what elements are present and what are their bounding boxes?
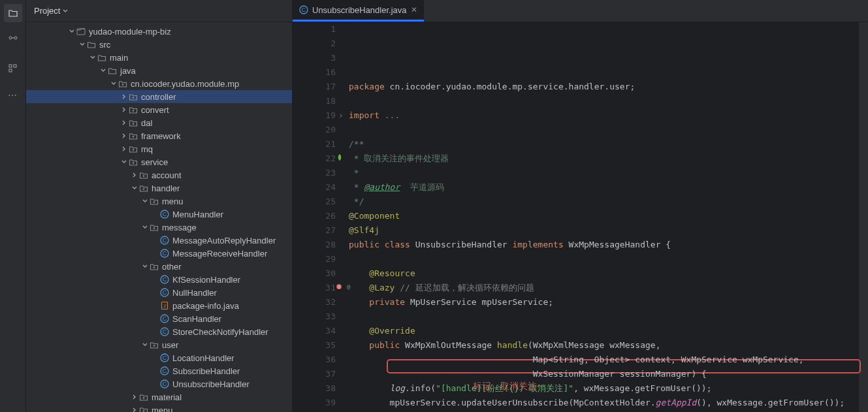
tree-item[interactable]: CUnsubscribeHandler bbox=[26, 377, 292, 390]
code-line[interactable]: mpUserService.updateUserUnsubscribe(MpCo… bbox=[349, 396, 868, 410]
fold-icon[interactable]: › bbox=[338, 108, 344, 123]
sidebar-header: Project bbox=[26, 0, 292, 22]
project-toolwindow-icon[interactable] bbox=[4, 4, 22, 22]
code-line[interactable]: * 取消关注的事件处理器 bbox=[349, 151, 868, 166]
tree-item[interactable]: CSubscribeHandler bbox=[26, 364, 292, 377]
code-line[interactable]: Map<String, Object> context, WxMpService… bbox=[349, 353, 868, 367]
class-icon: C bbox=[159, 379, 170, 389]
tree-twisty-icon[interactable] bbox=[78, 42, 86, 47]
tree-item[interactable]: material bbox=[26, 390, 292, 404]
code-line[interactable]: /** bbox=[349, 137, 868, 151]
tree-twisty-icon[interactable] bbox=[131, 394, 138, 400]
tree-twisty-icon[interactable] bbox=[131, 407, 138, 412]
more-toolwindows-icon[interactable]: ⋯ bbox=[4, 86, 22, 104]
close-icon[interactable]: ✕ bbox=[411, 5, 417, 14]
code-line[interactable]: private MpUserService mpUserService; bbox=[349, 295, 868, 309]
tree-twisty-icon[interactable] bbox=[120, 133, 128, 138]
tab-unsubscribehandler[interactable]: C UnsubscribeHandler.java ✕ bbox=[293, 0, 424, 22]
tree-twisty-icon[interactable] bbox=[110, 81, 118, 86]
tree-item[interactable]: other bbox=[26, 260, 292, 273]
tree-twisty-icon[interactable] bbox=[141, 342, 149, 347]
tree-item[interactable]: Jpackage-info.java bbox=[26, 299, 292, 312]
bookmarks-toolwindow-icon[interactable] bbox=[4, 59, 22, 77]
tree-item[interactable]: CLocationHandler bbox=[26, 351, 292, 364]
code-line[interactable] bbox=[349, 252, 868, 266]
tree-twisty-icon[interactable] bbox=[120, 146, 128, 151]
tree-twisty-icon[interactable] bbox=[131, 172, 138, 178]
structure-toolwindow-icon[interactable] bbox=[4, 31, 22, 50]
tree-twisty-icon[interactable] bbox=[141, 225, 149, 230]
tree-item[interactable]: CKfSessionHandler bbox=[26, 273, 292, 286]
sidebar-title: Project bbox=[34, 6, 60, 16]
tree-twisty-icon[interactable] bbox=[120, 107, 128, 112]
tree-item[interactable]: handler bbox=[26, 182, 292, 195]
code-line[interactable]: @Resource bbox=[349, 266, 868, 281]
code-line[interactable]: @Lazy // 延迟加载，解决循环依赖的问题 bbox=[349, 281, 868, 295]
tree-item[interactable]: yudao-module-mp-biz bbox=[26, 25, 292, 38]
tree-item[interactable]: service bbox=[26, 155, 292, 168]
code-line[interactable] bbox=[349, 94, 868, 108]
tree-item[interactable]: CMessageAutoReplyHandler bbox=[26, 234, 292, 247]
svg-point-18 bbox=[153, 227, 155, 229]
code-line[interactable]: public WxMpXmlOutMessage handle(WxMpXmlM… bbox=[349, 338, 868, 353]
code-line[interactable]: public class UnsubscribeHandler implemen… bbox=[349, 238, 868, 252]
tree-twisty-icon[interactable] bbox=[120, 120, 128, 125]
code-line[interactable]: * @author 芋道源码 bbox=[349, 180, 868, 195]
tab-filename: UnsubscribeHandler.java bbox=[312, 5, 407, 15]
tree-item[interactable]: message bbox=[26, 221, 292, 234]
code-line[interactable] bbox=[349, 123, 868, 137]
tree-twisty-icon[interactable] bbox=[141, 198, 149, 204]
code-line[interactable]: * bbox=[349, 166, 868, 180]
tree-item[interactable]: main bbox=[26, 51, 292, 64]
tree-twisty-icon[interactable] bbox=[120, 159, 128, 165]
tree-item[interactable]: CStoreCheckNotifyHandler bbox=[26, 325, 292, 338]
tree-item[interactable]: controller bbox=[26, 90, 292, 103]
tree-item-label: dal bbox=[141, 118, 152, 128]
tree-item[interactable]: CMessageReceiveHandler bbox=[26, 247, 292, 260]
tree-item[interactable]: convert bbox=[26, 103, 292, 116]
tree-item[interactable]: java bbox=[26, 64, 292, 77]
tree-twisty-icon[interactable] bbox=[120, 94, 128, 99]
project-tree[interactable]: yudao-module-mp-bizsrcmainjavacn.iocoder… bbox=[26, 22, 292, 412]
tree-item[interactable]: mq bbox=[26, 142, 292, 155]
class-icon: C bbox=[159, 326, 170, 337]
tree-item-label: convert bbox=[141, 105, 169, 115]
tree-item[interactable]: account bbox=[26, 168, 292, 182]
code-line[interactable]: ›import ... bbox=[349, 108, 868, 123]
tree-item[interactable]: menu bbox=[26, 404, 292, 412]
tree-twisty-icon[interactable] bbox=[131, 185, 138, 191]
tree-item[interactable]: CScanHandler bbox=[26, 312, 292, 325]
code-line[interactable] bbox=[349, 309, 868, 324]
code-line[interactable]: @Override bbox=[349, 324, 868, 338]
spring-bean-icon[interactable] bbox=[336, 153, 344, 161]
tree-item-label: LocationHandler bbox=[172, 353, 234, 363]
tree-item[interactable]: cn.iocoder.yudao.module.mp bbox=[26, 77, 292, 90]
code-line[interactable]: WxSessionManager sessionManager) { bbox=[349, 367, 868, 381]
tree-twisty-icon[interactable] bbox=[89, 55, 97, 60]
javafile-icon: J bbox=[159, 300, 170, 311]
project-sidebar: Project yudao-module-mp-bizsrcmainjavacn… bbox=[26, 0, 293, 412]
tree-item[interactable]: dal bbox=[26, 116, 292, 129]
code-editor[interactable]: 12316171819202122232425262728293031o@323… bbox=[293, 22, 868, 412]
tree-twisty-icon[interactable] bbox=[141, 264, 149, 269]
tree-item[interactable]: CMenuHandler bbox=[26, 208, 292, 221]
code-line[interactable]: */ bbox=[349, 195, 868, 209]
tree-twisty-icon[interactable] bbox=[99, 68, 107, 73]
svg-point-6 bbox=[122, 84, 124, 86]
class-icon: C bbox=[159, 274, 170, 285]
code-line[interactable]: @Slf4j bbox=[349, 223, 868, 238]
class-icon: C bbox=[159, 366, 170, 376]
tree-item[interactable]: framework bbox=[26, 129, 292, 142]
code-line[interactable]: package cn.iocoder.yudao.module.mp.servi… bbox=[349, 80, 868, 94]
tree-item[interactable]: src bbox=[26, 38, 292, 51]
tree-item-label: UnsubscribeHandler bbox=[172, 379, 249, 389]
tree-item[interactable]: menu bbox=[26, 195, 292, 208]
tree-twisty-icon[interactable] bbox=[68, 29, 76, 34]
tree-item[interactable]: user bbox=[26, 338, 292, 351]
svg-point-34 bbox=[153, 345, 155, 347]
chevron-down-icon[interactable] bbox=[63, 8, 68, 14]
code-content[interactable]: 标记，取消关注~ package cn.iocoder.yudao.module… bbox=[347, 22, 868, 412]
code-line[interactable]: @Component bbox=[349, 209, 868, 223]
code-line[interactable]: log.info("[handle][粉丝({}) 取消关注]", wxMess… bbox=[349, 381, 868, 396]
tree-item[interactable]: CNullHandler bbox=[26, 286, 292, 299]
